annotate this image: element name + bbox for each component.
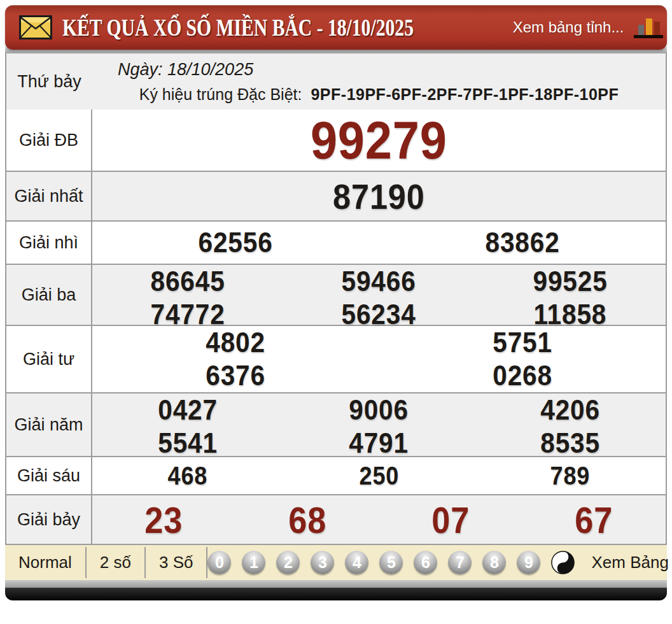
prize-number: 56234 — [342, 298, 416, 331]
prize-rows: Giải ĐB99279Giải nhất87190Giải nhì625568… — [6, 110, 666, 544]
prize-number: 0268 — [493, 359, 552, 392]
digit-ball[interactable]: 2 — [276, 551, 300, 574]
prize-number: 68 — [288, 499, 326, 541]
mode-button[interactable]: 3 Số — [146, 545, 207, 580]
digit-ball[interactable]: 7 — [448, 551, 472, 574]
prize-row: Giải tư4802575163760268 — [6, 325, 666, 392]
prize-row: Giải năm042790064206554147918535 — [6, 392, 666, 456]
prize-row: Giải nhất87190 — [6, 171, 666, 220]
prize-number: 87190 — [333, 176, 425, 217]
prize-number: 4791 — [349, 427, 409, 460]
digit-ball[interactable]: 1 — [242, 551, 265, 574]
prize-number: 83862 — [485, 226, 559, 259]
draw-info-row: Thứ bảy Ngày: 18/10/2025 Ký hiệu trúng Đ… — [6, 53, 666, 110]
prize-number: 67 — [575, 499, 613, 541]
yin-yang-icon[interactable] — [551, 551, 575, 574]
digit-ball[interactable]: 6 — [414, 551, 437, 574]
prize-number: 4206 — [540, 394, 600, 427]
digit-ball[interactable]: 9 — [517, 551, 540, 574]
prize-number: 23 — [145, 499, 183, 541]
weekday-label: Thứ bảy — [6, 53, 92, 110]
prize-number: 07 — [431, 499, 470, 541]
view-mode-group: Normal2 số3 Số — [5, 545, 207, 580]
prize-number: 5751 — [493, 326, 552, 359]
prize-row: Giải nhì6255683862 — [6, 220, 666, 264]
digit-ball[interactable]: 4 — [345, 551, 368, 574]
prize-number: 9006 — [349, 394, 409, 427]
prize-label: Giải ĐB — [6, 110, 92, 171]
bar-chart-icon[interactable] — [633, 14, 668, 41]
prize-number: 62556 — [199, 226, 273, 259]
prize-number: 789 — [550, 462, 590, 490]
prize-number: 59466 — [342, 265, 416, 298]
prize-number: 250 — [359, 462, 399, 490]
prize-row: Giải bảy23680767 — [6, 494, 666, 544]
digit-ball[interactable]: 8 — [482, 551, 506, 574]
digit-ball[interactable]: 3 — [311, 551, 334, 574]
special-symbol-value: 9PF-19PF-6PF-2PF-7PF-1PF-18PF-10PF — [311, 85, 619, 104]
results-table: Thứ bảy Ngày: 18/10/2025 Ký hiệu trúng Đ… — [5, 53, 667, 544]
envelope-icon — [19, 15, 52, 39]
prize-label: Giải ba — [6, 265, 92, 325]
prize-number: 86645 — [151, 265, 225, 298]
prize-number: 4802 — [206, 326, 265, 359]
prize-label: Giải tư — [6, 326, 92, 392]
digit-balls: 0123456789 — [207, 551, 540, 574]
prize-number: 468 — [168, 462, 208, 490]
digit-ball[interactable]: 0 — [207, 551, 231, 574]
prize-number: 8535 — [540, 427, 600, 460]
footer-toolbar: Normal2 số3 Số 0123456789 Xem Bảng Loto — [5, 544, 667, 580]
prize-row: Giải sáu468250789 — [6, 456, 666, 494]
mode-button[interactable]: Normal — [5, 545, 85, 580]
prize-number: 6376 — [206, 359, 265, 392]
bottom-gray-band — [5, 580, 667, 588]
prize-label: Giải nhất — [6, 172, 92, 220]
prize-row: Giải ba866455946699525747725623411858 — [6, 264, 666, 325]
prize-number: 99279 — [311, 110, 447, 171]
prize-label: Giải năm — [6, 394, 92, 456]
prize-number: 0427 — [158, 394, 218, 427]
lottery-results-widget: KẾT QUẢ XỔ SỐ MIỀN BẮC - 18/10/2025 Xem … — [5, 5, 667, 600]
page-title: KẾT QUẢ XỔ SỐ MIỀN BẮC - 18/10/2025 — [62, 13, 414, 41]
prize-number: 5541 — [158, 427, 218, 460]
prize-row: Giải ĐB99279 — [6, 110, 666, 171]
prize-label: Giải nhì — [6, 222, 92, 264]
digit-ball[interactable]: 5 — [379, 551, 403, 574]
prize-number: 99525 — [533, 265, 607, 298]
prize-label: Giải bảy — [6, 495, 92, 544]
prize-label: Giải sáu — [6, 457, 92, 494]
draw-date: Ngày: 18/10/2025 — [118, 60, 666, 80]
mode-button[interactable]: 2 số — [87, 545, 144, 580]
digit-filter-group: 0123456789 — [207, 545, 575, 580]
draw-info: Ngày: 18/10/2025 Ký hiệu trúng Đặc Biệt:… — [92, 53, 666, 110]
header-bar: KẾT QUẢ XỔ SỐ MIỀN BẮC - 18/10/2025 Xem … — [5, 5, 667, 50]
special-symbol-label: Ký hiệu trúng Đặc Biệt: — [139, 85, 302, 104]
loto-table-link[interactable]: Xem Bảng Loto — [575, 545, 672, 580]
province-table-link[interactable]: Xem bảng tỉnh... — [513, 18, 624, 36]
bottom-black-band — [5, 588, 667, 600]
